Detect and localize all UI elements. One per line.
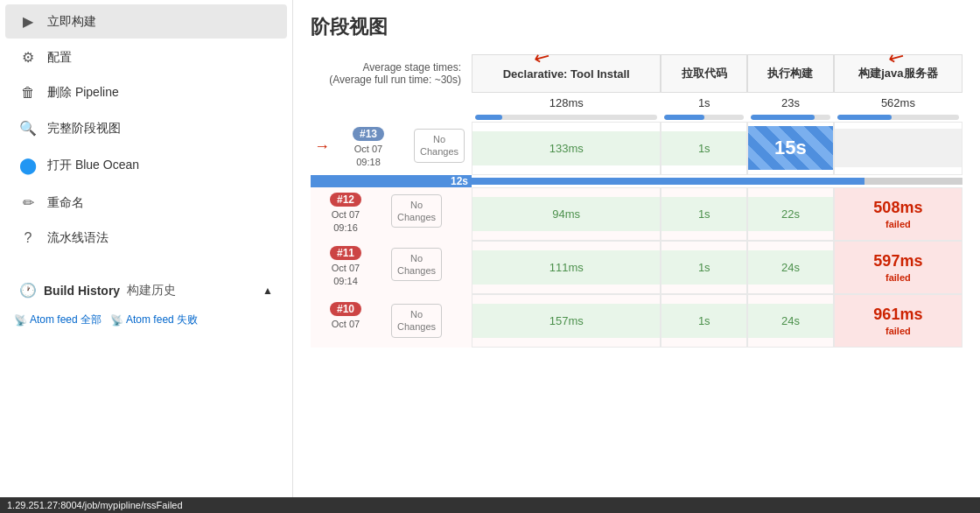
atom-feed-all-link[interactable]: 📡 Atom feed 全部 bbox=[14, 313, 102, 327]
edit-icon: ✏ bbox=[19, 194, 37, 211]
stage-11-pull-inner: 1s bbox=[662, 250, 746, 285]
stage-10-build-inner: 24s bbox=[748, 304, 833, 338]
build-10-no-changes[interactable]: NoChanges bbox=[384, 297, 449, 345]
stage-11-java[interactable]: 597ms failed bbox=[834, 241, 962, 294]
running-bar-row: 12s bbox=[311, 175, 962, 187]
build-13-no-changes[interactable]: NoChanges bbox=[407, 122, 472, 170]
stage-11-declarative[interactable]: 111ms bbox=[472, 241, 661, 294]
build-11-date: Oct 0709:14 bbox=[318, 262, 374, 289]
stage-col-declarative: Declarative: Tool Install bbox=[472, 54, 661, 93]
bottom-bar: 1.29.251.27:8004/job/mypipline/rssFailed bbox=[0, 497, 980, 513]
stage-11-declarative-inner: 111ms bbox=[472, 250, 660, 285]
build-badge-10: #10 bbox=[330, 302, 361, 316]
stage-10-java[interactable]: 961ms failed bbox=[834, 294, 962, 348]
blue-ocean-icon: ⬤ bbox=[19, 156, 37, 175]
avg-row-label bbox=[311, 93, 472, 113]
stage-12-declarative-inner: 94ms bbox=[472, 197, 660, 231]
sidebar-item-full-stage[interactable]: 🔍 完整阶段视图 bbox=[5, 111, 287, 145]
sidebar-item-blue-ocean[interactable]: ⬤ 打开 Blue Ocean bbox=[5, 147, 287, 184]
build-11-no-changes[interactable]: NoChanges bbox=[384, 241, 449, 289]
no-changes-box-10: NoChanges bbox=[391, 304, 442, 338]
avg-pull: 1s bbox=[661, 93, 747, 113]
build-badge-13: #13 bbox=[353, 127, 384, 141]
sidebar-item-label: 立即构建 bbox=[47, 14, 96, 30]
stage-13-java-inner bbox=[835, 129, 962, 167]
stage-12-java-inner: 508ms failed bbox=[835, 188, 962, 240]
running-bar-label-cell: 12s bbox=[311, 175, 472, 187]
rss-icon-failed: 📡 bbox=[110, 314, 123, 327]
no-changes-box-11: NoChanges bbox=[391, 248, 442, 282]
sidebar-item-delete[interactable]: 🗑 删除 Pipeline bbox=[5, 76, 287, 109]
build-11-id-cell: #11 Oct 0709:14 NoChanges bbox=[311, 241, 472, 294]
build-13-badge-cell[interactable]: #13 Oct 0709:18 bbox=[333, 122, 403, 175]
stage-11-build[interactable]: 24s bbox=[747, 241, 834, 294]
stage-10-declarative[interactable]: 157ms bbox=[472, 294, 661, 348]
stage-12-build[interactable]: 22s bbox=[747, 187, 834, 241]
build-10-badge-cell[interactable]: #10 Oct 07 bbox=[311, 297, 381, 336]
play-icon: ▶ bbox=[19, 13, 37, 30]
sidebar: ▶ 立即构建 ⚙ 配置 🗑 删除 Pipeline 🔍 完整阶段视图 ⬤ 打开 … bbox=[0, 0, 293, 513]
no-changes-box-13: NoChanges bbox=[414, 129, 465, 163]
rss-icon-all: 📡 bbox=[14, 314, 27, 327]
arrow-running: → bbox=[314, 137, 330, 156]
sidebar-item-rename[interactable]: ✏ 重命名 bbox=[5, 186, 287, 220]
build-12-date: Oct 0709:16 bbox=[318, 208, 374, 235]
progress-pull bbox=[661, 113, 747, 122]
progress-build bbox=[747, 113, 834, 122]
stage-10-pull-inner: 1s bbox=[662, 304, 746, 338]
build-history-header: 🕐 Build History 构建历史 ▲ bbox=[5, 273, 287, 307]
stage-10-build[interactable]: 24s bbox=[747, 294, 834, 348]
stage-col-build: 执行构建 bbox=[747, 54, 834, 93]
build-row-11: #11 Oct 0709:14 NoChanges 111ms 1s 24s bbox=[311, 241, 962, 294]
stage-10-declarative-inner: 157ms bbox=[472, 304, 660, 338]
atom-full-label: Atom feed 全部 bbox=[30, 313, 102, 327]
build-10-id-cell: #10 Oct 07 NoChanges bbox=[311, 294, 472, 348]
sidebar-item-build-now[interactable]: ▶ 立即构建 bbox=[5, 4, 287, 39]
gear-icon: ⚙ bbox=[19, 49, 37, 66]
build-12-id-cell: #12 Oct 0709:16 NoChanges bbox=[311, 187, 472, 241]
build-11-badge-cell[interactable]: #11 Oct 0709:14 bbox=[311, 241, 381, 294]
page-title: 阶段视图 bbox=[311, 14, 962, 40]
stage-12-declarative[interactable]: 94ms bbox=[472, 187, 661, 241]
sidebar-item-label: 流水线语法 bbox=[47, 230, 108, 246]
stage-13-build-inner: 15s bbox=[748, 126, 833, 170]
sidebar-item-label: 打开 Blue Ocean bbox=[47, 158, 139, 173]
stage-11-pull[interactable]: 1s bbox=[661, 241, 747, 294]
build-row-10: #10 Oct 07 NoChanges 157ms 1s 24s bbox=[311, 294, 962, 348]
build-badge-11: #11 bbox=[330, 246, 361, 260]
stage-13-pull[interactable]: 1s bbox=[661, 122, 747, 175]
bottom-bar-url: 1.29.251.27:8004/job/mypipline/rssFailed bbox=[7, 500, 183, 510]
atom-feed-failed-link[interactable]: 📡 Atom feed 失败 bbox=[110, 313, 198, 327]
main-content: 阶段视图 ↙ ↙ Average stage times: (Average f… bbox=[293, 0, 980, 513]
chevron-icon: ▲ bbox=[262, 285, 273, 297]
fail-label-10: failed bbox=[842, 326, 955, 336]
sidebar-item-configure[interactable]: ⚙ 配置 bbox=[5, 40, 287, 74]
no-changes-box-12: NoChanges bbox=[391, 194, 442, 228]
sidebar-item-label: 删除 Pipeline bbox=[47, 85, 119, 101]
fail-label-12: failed bbox=[842, 219, 955, 229]
atom-feeds: 📡 Atom feed 全部 📡 Atom feed 失败 bbox=[0, 307, 292, 333]
stage-10-pull[interactable]: 1s bbox=[661, 294, 747, 348]
build-13-date: Oct 0709:18 bbox=[340, 143, 396, 170]
avg-build: 23s bbox=[747, 93, 834, 113]
stage-col-java: 构建java服务器 bbox=[834, 54, 962, 93]
stage-header-row: Average stage times: (Average full run t… bbox=[311, 54, 962, 93]
stage-13-java[interactable] bbox=[834, 122, 962, 175]
stage-13-declarative[interactable]: 133ms bbox=[472, 122, 661, 175]
stage-12-pull[interactable]: 1s bbox=[661, 187, 747, 241]
running-label: 12s bbox=[451, 175, 468, 187]
avg-declarative: 128ms bbox=[472, 93, 661, 113]
stage-12-build-inner: 22s bbox=[748, 197, 833, 231]
build-12-no-changes[interactable]: NoChanges bbox=[384, 187, 449, 235]
sidebar-item-pipeline-syntax[interactable]: ? 流水线语法 bbox=[5, 221, 287, 255]
stage-12-java[interactable]: 508ms failed bbox=[834, 187, 962, 241]
search-icon: 🔍 bbox=[19, 120, 37, 137]
running-bar-cell bbox=[472, 175, 962, 187]
build-12-badge-cell[interactable]: #12 Oct 0709:16 bbox=[311, 187, 381, 241]
stage-13-pull-inner: 1s bbox=[662, 131, 746, 165]
syntax-icon: ? bbox=[19, 230, 37, 246]
stage-12-pull-inner: 1s bbox=[662, 197, 746, 231]
build-13-id-cell: → #13 Oct 0709:18 NoChanges bbox=[311, 122, 472, 175]
build-row-13: → #13 Oct 0709:18 NoChanges 133ms 1s bbox=[311, 122, 962, 175]
stage-13-build[interactable]: 15s bbox=[747, 122, 834, 175]
